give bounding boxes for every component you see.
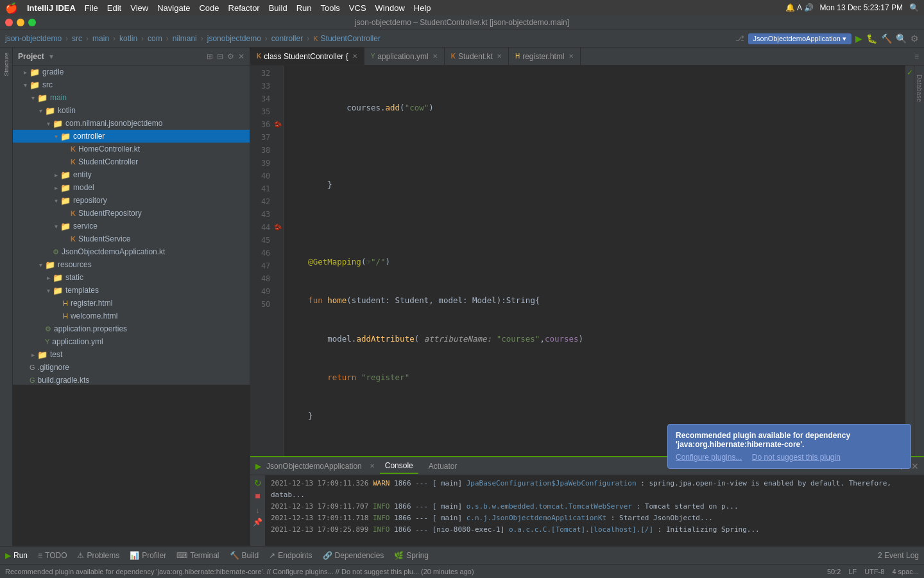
file-menu[interactable]: File: [85, 3, 98, 13]
tab-register-html[interactable]: H register.html ✕: [509, 48, 581, 66]
database-icon[interactable]: Database: [916, 74, 923, 102]
spring-button[interactable]: 🌿 Spring: [394, 551, 429, 560]
close-tab-student[interactable]: ✕: [352, 53, 357, 60]
run-tab-actuator[interactable]: Actuator: [424, 459, 463, 473]
breadcrumb-src[interactable]: src: [72, 34, 82, 43]
build-button[interactable]: 🔨: [881, 33, 892, 44]
problems-button[interactable]: ⚠ Problems: [77, 551, 119, 560]
structure-side-icon[interactable]: Structure: [3, 50, 10, 79]
collapse-all-icon[interactable]: ⊟: [217, 52, 223, 61]
tree-item-entity[interactable]: ▸ 📁 entity: [13, 168, 250, 181]
help-menu[interactable]: Help: [414, 3, 431, 13]
run-tab-console[interactable]: Console: [380, 459, 418, 474]
breadcrumb-main[interactable]: main: [92, 34, 109, 43]
run-scroll-end[interactable]: ↓: [256, 506, 260, 515]
close-button[interactable]: [5, 19, 13, 26]
expand-all-icon[interactable]: ⊞: [207, 52, 213, 61]
close-tab-yml[interactable]: ✕: [432, 53, 438, 60]
tree-item-controller[interactable]: ▾ 📁 controller: [13, 130, 250, 143]
terminal-button[interactable]: ⌨ Terminal: [176, 551, 219, 560]
event-log-button[interactable]: 2 Event Log: [878, 551, 919, 560]
run-menu[interactable]: Run: [296, 3, 312, 13]
tree-item-model[interactable]: ▸ 📁 model: [13, 181, 250, 194]
tree-item-src[interactable]: ▾ 📁 src: [13, 78, 250, 91]
run-close-icon[interactable]: ✕: [911, 461, 919, 471]
search-icon[interactable]: 🔍: [909, 3, 919, 12]
apple-menu[interactable]: 🍎: [5, 2, 18, 14]
breadcrumb-com[interactable]: com: [148, 34, 162, 43]
tab-application-yml[interactable]: Y application.yml ✕: [364, 48, 445, 66]
tree-item-service[interactable]: ▾ 📁 service: [13, 220, 250, 232]
tree-item-application-kt[interactable]: ⚙ JsonObjectdemoApplication.kt: [13, 245, 250, 258]
todo-button[interactable]: ≡ TODO: [38, 551, 67, 560]
vcs-icon[interactable]: ⎇: [735, 34, 744, 43]
code-menu[interactable]: Code: [199, 3, 219, 13]
close-tab-register[interactable]: ✕: [569, 53, 574, 60]
vcs-menu[interactable]: VCS: [349, 3, 366, 13]
search-everywhere[interactable]: 🔍: [896, 33, 907, 44]
breadcrumb-project[interactable]: json-objectdemo: [5, 34, 62, 43]
tree-item-repository[interactable]: ▾ 📁 repository: [13, 194, 250, 207]
run-restart-icon[interactable]: ↻: [254, 478, 262, 488]
tree-item-templates[interactable]: ▾ 📁 templates: [13, 284, 250, 297]
left-activity-bar: Structure: [0, 48, 13, 385]
tree-item-studentcontroller[interactable]: K StudentController: [13, 155, 250, 168]
run-config-name: JsonObjectdemoApplication: [266, 462, 362, 471]
tree-item-package[interactable]: ▾ 📁 com.nilmani.jsonobjectdemo: [13, 117, 250, 130]
project-sidebar: Project ▾ ⊞ ⊟ ⚙ ✕ ▸ 📁 gradle ▾ 📁: [13, 48, 250, 385]
navigate-menu[interactable]: Navigate: [157, 3, 190, 13]
tree-item-static[interactable]: ▸ 📁 static: [13, 271, 250, 284]
tree-item-gradle[interactable]: ▸ 📁 gradle: [13, 66, 250, 78]
maximize-button[interactable]: [28, 19, 36, 26]
breadcrumb-kotlin[interactable]: kotlin: [119, 34, 137, 43]
dependencies-button[interactable]: 🔗 Dependencies: [323, 551, 384, 560]
minimize-button[interactable]: [17, 19, 24, 26]
configure-plugins-link[interactable]: Configure plugins...: [676, 453, 742, 462]
refactor-menu[interactable]: Refactor: [228, 3, 260, 13]
tree-item-studentrepository[interactable]: K StudentRepository: [13, 207, 250, 220]
menubar: 🍎 IntelliJ IDEA File Edit View Navigate …: [0, 0, 924, 15]
run-stop-icon[interactable]: ■: [255, 491, 260, 501]
view-menu[interactable]: View: [130, 3, 148, 13]
tree-item-gitignore[interactable]: G .gitignore: [13, 361, 250, 374]
tree-item-test[interactable]: ▸ 📁 test: [13, 348, 250, 361]
profiler-button[interactable]: 📊 Profiler: [130, 551, 166, 560]
tree-item-kotlin[interactable]: ▾ 📁 kotlin: [13, 104, 250, 117]
edit-menu[interactable]: Edit: [107, 3, 121, 13]
tree-item-build-gradle[interactable]: G build.gradle.kts: [13, 374, 250, 385]
breadcrumb-controller[interactable]: controller: [271, 34, 303, 43]
settings-icon[interactable]: ⚙: [911, 33, 919, 44]
configure-icon[interactable]: ⚙: [227, 52, 234, 61]
run-button[interactable]: ▶: [855, 33, 862, 44]
tree-item-app-properties[interactable]: ⚙ application.properties: [13, 322, 250, 335]
tab-student-controller[interactable]: K class StudentController { ✕: [250, 48, 364, 66]
window-menu[interactable]: Window: [375, 3, 405, 13]
tab-student-kt[interactable]: K Student.kt ✕: [445, 48, 509, 66]
recent-files-icon[interactable]: ≡: [914, 52, 919, 61]
build-menu[interactable]: Build: [269, 3, 287, 13]
close-tab-student-kt[interactable]: ✕: [497, 53, 502, 60]
breadcrumb-nilmani[interactable]: nilmani: [173, 34, 197, 43]
breadcrumb-file[interactable]: K StudentController: [313, 34, 381, 43]
build-tool-button[interactable]: 🔨 Build: [230, 551, 259, 560]
run-tool-button[interactable]: ▶ Run: [5, 551, 28, 560]
dont-suggest-link[interactable]: Do not suggest this plugin: [752, 453, 841, 462]
tree-item-studentservice[interactable]: K StudentService: [13, 232, 250, 245]
tree-item-main[interactable]: ▾ 📁 main: [13, 91, 250, 104]
breadcrumb-jsonobjectdemo[interactable]: jsonobjectdemo: [207, 34, 261, 43]
run-config-dropdown[interactable]: JsonObjectdemoApplication ▾: [748, 33, 851, 44]
run-pin-icon[interactable]: 📌: [253, 518, 262, 527]
tools-menu[interactable]: Tools: [320, 3, 339, 13]
debug-button[interactable]: 🐛: [866, 33, 877, 44]
tree-item-register-html[interactable]: H register.html: [13, 297, 250, 310]
endpoints-button[interactable]: ↗ Endpoints: [269, 551, 312, 560]
tree-item-homecontroller[interactable]: K HomeController.kt: [13, 143, 250, 155]
app-name-menu[interactable]: IntelliJ IDEA: [27, 3, 76, 13]
tree-item-app-yml[interactable]: Y application.yml: [13, 335, 250, 348]
code-content[interactable]: courses.add("cow") } @GetMapping(☞"/") f…: [284, 66, 905, 456]
close-run-icon[interactable]: ✕: [370, 462, 375, 469]
expand-button[interactable]: ▾: [49, 52, 53, 61]
tree-item-resources[interactable]: ▾ 📁 resources: [13, 258, 250, 271]
close-panel-icon[interactable]: ✕: [238, 52, 244, 61]
tree-item-welcome-html[interactable]: H welcome.html: [13, 310, 250, 322]
